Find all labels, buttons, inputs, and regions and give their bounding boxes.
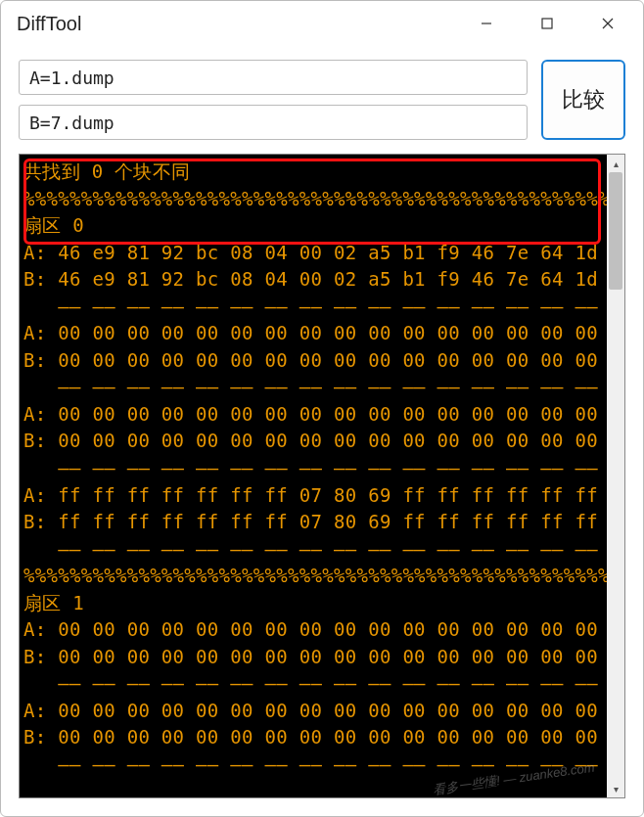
inputs-column — [19, 60, 528, 140]
diff-container: 共找到 0 个块不同 %%%%%%%%%%%%%%%%%%%%%%%%%%%%%… — [19, 154, 625, 798]
close-icon — [601, 17, 615, 30]
dash-row: —— —— —— —— —— —— —— —— —— —— —— —— —— —… — [23, 753, 598, 775]
dash-row: —— —— —— —— —— —— —— —— —— —— —— —— —— —… — [23, 538, 598, 560]
diff-output: 共找到 0 个块不同 %%%%%%%%%%%%%%%%%%%%%%%%%%%%%… — [20, 155, 607, 797]
hex-row: B: 00 00 00 00 00 00 00 00 00 00 00 00 0… — [23, 430, 598, 451]
app-window: DiffTool 比较 共找到 0 个块不同 %%%%%%%%%%%%%%%%%… — [0, 0, 644, 817]
hex-row: A: 00 00 00 00 00 00 00 00 00 00 00 00 0… — [23, 322, 598, 343]
hex-row: A: 00 00 00 00 00 00 00 00 00 00 00 00 0… — [23, 618, 598, 640]
diff-separator: %%%%%%%%%%%%%%%%%%%%%%%%%%%%%%%%%%%%%%%%… — [23, 188, 607, 209]
diff-summary: 共找到 0 个块不同 — [23, 160, 190, 182]
hex-row: A: 46 e9 81 92 bc 08 04 00 02 a5 b1 f9 4… — [23, 242, 598, 263]
dash-row: —— —— —— —— —— —— —— —— —— —— —— —— —— —… — [23, 295, 598, 317]
scroll-thumb[interactable] — [609, 172, 622, 290]
dash-row: —— —— —— —— —— —— —— —— —— —— —— —— —— —… — [23, 672, 598, 694]
scroll-track[interactable] — [607, 172, 624, 780]
dash-row: —— —— —— —— —— —— —— —— —— —— —— —— —— —… — [23, 376, 598, 397]
diff-separator: %%%%%%%%%%%%%%%%%%%%%%%%%%%%%%%%%%%%%%%%… — [23, 565, 607, 586]
titlebar: DiffTool — [1, 1, 643, 46]
window-controls — [459, 6, 635, 41]
file-a-input[interactable] — [19, 60, 528, 95]
inputs-row: 比较 — [19, 60, 625, 140]
hex-row: A: 00 00 00 00 00 00 00 00 00 00 00 00 0… — [23, 700, 598, 721]
hex-row: B: 46 e9 81 92 bc 08 04 00 02 a5 b1 f9 4… — [23, 268, 598, 290]
scroll-up-button[interactable]: ▴ — [607, 155, 624, 172]
hex-row: B: ff ff ff ff ff ff ff 07 80 69 ff ff f… — [23, 511, 598, 532]
scroll-down-button[interactable]: ▾ — [607, 780, 624, 797]
compare-button[interactable]: 比较 — [541, 60, 625, 140]
dash-row: —— —— —— —— —— —— —— —— —— —— —— —— —— —… — [23, 457, 598, 478]
hex-row: A: ff ff ff ff ff ff ff 07 80 69 ff ff f… — [23, 484, 598, 506]
sector-1-label: 扇区 1 — [23, 592, 84, 613]
file-b-input[interactable] — [19, 105, 528, 140]
sector-0-label: 扇区 0 — [23, 214, 84, 236]
maximize-icon — [540, 17, 554, 30]
hex-row: B: 00 00 00 00 00 00 00 00 00 00 00 00 0… — [23, 646, 598, 667]
minimize-button[interactable] — [459, 6, 514, 41]
hex-row: A: 00 00 00 00 00 00 00 00 00 00 00 00 0… — [23, 403, 598, 425]
hex-row: B: 00 00 00 00 00 00 00 00 00 00 00 00 0… — [23, 726, 598, 748]
svg-rect-1 — [542, 19, 552, 28]
maximize-button[interactable] — [520, 6, 575, 41]
hex-row: B: 00 00 00 00 00 00 00 00 00 00 00 00 0… — [23, 349, 598, 371]
window-title: DiffTool — [17, 13, 459, 35]
minimize-icon — [480, 17, 493, 30]
scrollbar[interactable]: ▴ ▾ — [607, 155, 624, 797]
content-area: 比较 共找到 0 个块不同 %%%%%%%%%%%%%%%%%%%%%%%%%%… — [1, 46, 643, 816]
close-button[interactable] — [580, 6, 635, 41]
